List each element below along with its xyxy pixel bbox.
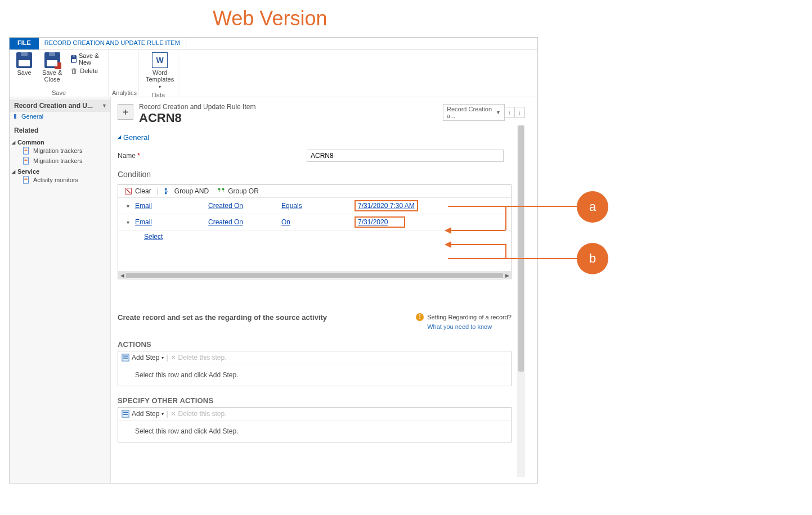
cond-field-link[interactable]: Created On	[208, 218, 243, 226]
svg-rect-8	[24, 179, 27, 180]
save-new-button[interactable]: Save & New	[71, 52, 102, 66]
cond-entity-link[interactable]: Email	[135, 218, 152, 226]
condition-hscroll[interactable]: ◀ ▶	[118, 271, 511, 279]
chevron-down-icon: ▾	[161, 412, 164, 417]
group-and-button[interactable]: Group AND	[161, 187, 212, 195]
sidebar-item-activity-monitors[interactable]: Activity monitors	[10, 175, 110, 185]
cond-entity-link[interactable]: Email	[135, 202, 152, 210]
ribbon-group-save-label: Save	[13, 89, 105, 97]
actions-heading: ACTIONS	[118, 340, 525, 349]
vertical-scrollbar[interactable]	[517, 125, 525, 477]
row-menu-button[interactable]: ▾	[123, 203, 133, 209]
add-step-icon	[122, 354, 129, 362]
svg-rect-23	[123, 412, 128, 413]
sidebar-section-general[interactable]: General	[10, 112, 110, 121]
cond-field-link[interactable]: Created On	[208, 202, 243, 210]
app-window: FILE RECORD CREATION AND UPDATE RULE ITE…	[9, 37, 538, 484]
info-link[interactable]: What you need to know	[427, 321, 512, 330]
group-or-label: Group OR	[228, 187, 259, 195]
add-step-icon	[122, 410, 129, 418]
clear-icon	[125, 187, 133, 195]
save-close-button[interactable]: Save & Close	[35, 51, 69, 84]
record-selector[interactable]: Record Creation a... ▼	[443, 104, 505, 121]
info-icon: !	[416, 313, 424, 321]
sidebar-title[interactable]: Record Creation and U... ▼	[10, 100, 110, 112]
save-button[interactable]: Save	[13, 51, 35, 77]
svg-marker-25	[445, 227, 451, 234]
sidebar-item-migration-2[interactable]: Migration trackers	[10, 156, 110, 166]
sidebar-item-label: Activity monitors	[33, 177, 78, 183]
chevron-down-icon: ▼	[102, 103, 107, 109]
scrollbar-thumb[interactable]	[126, 273, 503, 278]
svg-rect-11	[165, 188, 167, 191]
delete-step-button: ✕ Delete this step.	[171, 410, 227, 418]
document-icon	[22, 157, 30, 165]
close-icon: ✕	[171, 410, 176, 418]
condition-row: Select	[118, 231, 511, 243]
row-menu-button[interactable]: ▾	[123, 219, 133, 225]
sidebar-group-service[interactable]: Service	[10, 166, 110, 175]
delete-button[interactable]: 🗑 Delete	[71, 67, 102, 75]
add-step-label: Add Step	[132, 410, 159, 418]
section-general[interactable]: General	[118, 125, 525, 145]
chevron-down-icon: ▾	[159, 84, 161, 89]
group-or-icon	[218, 187, 226, 195]
clear-button[interactable]: Clear	[122, 187, 155, 195]
specify-heading: SPECIFY OTHER ACTIONS	[118, 396, 525, 405]
close-icon: ✕	[171, 354, 176, 362]
svg-rect-7	[24, 178, 27, 179]
cond-value-link[interactable]: 7/31/2020 7:30 AM	[355, 200, 418, 211]
arrow-up-icon: ↑	[508, 110, 511, 116]
condition-row: ▾ Email Created On On 7/31/2020	[118, 214, 511, 231]
group-and-icon	[164, 187, 172, 195]
cond-select-link[interactable]: Select	[123, 233, 163, 241]
callout-line	[448, 230, 505, 231]
sidebar-group-common[interactable]: Common	[10, 137, 110, 146]
name-field-label: Name *	[118, 152, 303, 160]
chevron-down-icon: ▾	[161, 355, 164, 360]
add-step-label: Add Step	[132, 354, 159, 362]
specify-placeholder[interactable]: Select this row and click Add Step.	[118, 421, 511, 442]
actions-box: Add Step ▾ | ✕ Delete this step. Select …	[118, 351, 512, 386]
cond-operator-link[interactable]: On	[281, 218, 290, 226]
record-name: ACRN8	[139, 111, 255, 125]
sidebar: Record Creation and U... ▼ General Relat…	[10, 97, 111, 483]
add-step-button[interactable]: Add Step ▾	[122, 410, 164, 418]
nav-up-button[interactable]: ↑	[505, 107, 515, 118]
save-icon	[16, 52, 32, 68]
svg-rect-5	[24, 160, 27, 161]
group-and-label: Group AND	[174, 187, 209, 195]
tab-file[interactable]: FILE	[10, 38, 39, 49]
svg-marker-26	[445, 241, 451, 248]
record-type-icon: ＋	[118, 104, 133, 120]
svg-rect-24	[123, 414, 128, 415]
callout-line	[448, 206, 577, 207]
cond-value-link[interactable]: 7/31/2020	[355, 216, 405, 228]
condition-box: Clear | Group AND Group OR	[118, 184, 512, 279]
content: ＋ Record Creation and Update Rule Item A…	[111, 97, 537, 483]
tab-context[interactable]: RECORD CREATION AND UPDATE RULE ITEM	[39, 38, 186, 49]
add-step-button[interactable]: Add Step ▾	[122, 354, 164, 362]
trash-icon: 🗑	[71, 67, 78, 75]
info-title: Setting Regarding of a record?	[427, 314, 512, 320]
scroll-left-icon: ◀	[118, 272, 126, 279]
page-header: Web Version	[213, 7, 327, 30]
word-templates-button[interactable]: W Word Templates ▾	[142, 51, 177, 91]
save-new-label: Save & New	[79, 52, 102, 66]
callout-a: a	[577, 191, 608, 223]
create-record-heading: Create record and set as the regarding o…	[118, 313, 327, 322]
ribbon-tabs: FILE RECORD CREATION AND UPDATE RULE ITE…	[10, 38, 537, 50]
actions-placeholder[interactable]: Select this row and click Add Step.	[118, 364, 511, 386]
scrollbar-thumb[interactable]	[518, 125, 524, 372]
cond-operator-link[interactable]: Equals	[281, 202, 302, 210]
save-new-icon	[71, 55, 77, 63]
sidebar-related-heading: Related	[10, 121, 110, 137]
sidebar-item-migration-1[interactable]: Migration trackers	[10, 146, 110, 156]
arrow-left-icon	[445, 227, 451, 236]
group-or-button[interactable]: Group OR	[214, 187, 262, 195]
name-field[interactable]	[307, 150, 504, 162]
clear-label: Clear	[135, 187, 151, 195]
nav-down-button[interactable]: ↓	[515, 107, 525, 118]
ribbon-group-analytics-label: Analytics	[112, 89, 135, 97]
callout-line	[505, 244, 506, 259]
